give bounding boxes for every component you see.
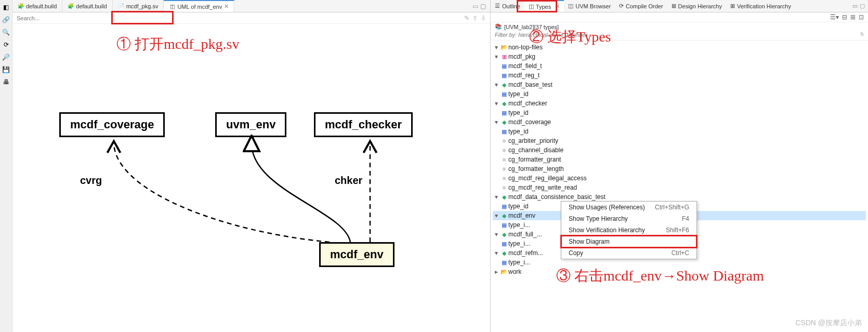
sidetab-compile[interactable]: ⟳Compile Order: [615, 0, 667, 12]
close-icon[interactable]: ✕: [224, 3, 229, 10]
menu-type-hierarchy[interactable]: Show Type HierarchyF4: [561, 213, 696, 224]
menu-show-usages[interactable]: Show Usages (References)Ctrl+Shift+G: [561, 202, 696, 213]
print-icon[interactable]: 🖶: [2, 78, 10, 86]
sidetab-types[interactable]: ◫Types✕: [524, 0, 564, 12]
save-icon[interactable]: 💾: [2, 65, 10, 74]
tree-node-type-id[interactable]: ▦type_id: [493, 108, 866, 117]
collapse-icon[interactable]: ⊟: [842, 14, 847, 21]
zoom-reset-icon[interactable]: ⟳: [2, 41, 10, 49]
tab-label: UML of mcdf_env: [177, 4, 222, 10]
annotation-3: ③ 右击mcdf_env→Show Diagram: [556, 266, 764, 286]
tab-default-build-1[interactable]: 🧩 default.build: [12, 0, 62, 12]
minimize-icon[interactable]: ▭: [472, 3, 478, 10]
tree-node-cg[interactable]: ≡cg_formatter_grant: [493, 155, 866, 164]
minimize-icon[interactable]: ▭: [852, 3, 858, 9]
maximize-icon[interactable]: ▢: [480, 3, 486, 10]
edge-label-chker: chker: [335, 175, 362, 187]
tree-node-cg[interactable]: ≡cg_mcdf_reg_illegal_access: [493, 174, 866, 183]
tree-node-cg[interactable]: ≡cg_formatter_length: [493, 164, 866, 174]
search-bar: ✎ ⇧ ⇩: [12, 12, 490, 24]
link-icon[interactable]: 🔗: [2, 16, 10, 24]
tree-node-type-id[interactable]: ▦type_id: [493, 89, 866, 99]
tab-label: mcdf_pkg.sv: [126, 3, 159, 9]
uml-icon: ◫: [169, 4, 175, 10]
build-icon: 🧩: [68, 3, 74, 9]
down-icon[interactable]: ⇩: [481, 15, 486, 22]
tab-default-build-2[interactable]: 🧩 default.build: [62, 0, 112, 12]
zoom-in-icon[interactable]: 🔍: [2, 28, 10, 36]
uml-node-checker[interactable]: mcdf_checker: [314, 112, 413, 137]
lib-icon: 📚: [495, 23, 502, 30]
editor-tabs: 🧩 default.build 🧩 default.build 📄 mcdf_p…: [12, 0, 490, 12]
left-vertical-toolbar: ◧ 🔗 🔍 ⟳ 🔎 💾 🖶: [0, 0, 12, 332]
tab-label: Compile Order: [626, 3, 663, 9]
uml-node-coverage[interactable]: mcdf_coverage: [59, 112, 165, 137]
wand-icon[interactable]: ✎: [859, 31, 864, 38]
side-tabs: ☰Outline ◫Types✕ ◫UVM Browser ⟳Compile O…: [491, 0, 868, 12]
menu-copy[interactable]: CopyCtrl+C: [561, 247, 696, 259]
uml-canvas[interactable]: mcdf_coverage uvm_env mcdf_checker mcdf_…: [12, 24, 490, 332]
build-icon: 🧩: [18, 3, 24, 9]
sidetab-outline[interactable]: ☰Outline: [491, 0, 524, 12]
tree-node-type-id[interactable]: ▦type_id: [493, 127, 866, 136]
outline-icon[interactable]: ◧: [2, 3, 10, 11]
uml-node-uvm-env[interactable]: uvm_env: [215, 112, 286, 137]
uml-node-env[interactable]: mcdf_env: [319, 242, 394, 267]
zoom-out-icon[interactable]: 🔎: [2, 53, 10, 61]
menu-show-diagram[interactable]: Show Diagram: [561, 236, 696, 247]
tree-node-field-t[interactable]: ▦mcdf_field_t: [493, 61, 866, 71]
tree-node-cg[interactable]: ≡cg_mcdf_reg_write_read: [493, 183, 866, 192]
verif-icon: ⊞: [730, 3, 735, 9]
tab-label: default.build: [76, 3, 107, 9]
tree-mode-icon[interactable]: ⊡: [859, 14, 864, 21]
tab-uml[interactable]: ◫ UML of mcdf_env ✕: [164, 0, 234, 12]
menu-verif-hierarchy[interactable]: Show Verification HierarchyShift+F6: [561, 224, 696, 236]
sidetab-uvm[interactable]: ◫UVM Browser: [564, 0, 615, 12]
sv-file-icon: 📄: [118, 3, 124, 9]
side-toolbar: ☰▾ ⊟ ⊞ ⊡: [491, 12, 868, 22]
annotation-2: ② 选择Types: [529, 27, 611, 47]
tab-label: Design Hierarchy: [678, 3, 722, 9]
node-label: uvm_env: [226, 118, 275, 131]
maximize-icon[interactable]: ▢: [860, 3, 865, 9]
types-tree[interactable]: ▾📂non-top-files ▾⊞mcdf_pkg ▦mcdf_field_t…: [491, 41, 868, 332]
tab-label: Outline: [502, 3, 520, 9]
uvm-icon: ◫: [568, 3, 573, 9]
tree-node-checker[interactable]: ▾◆mcdf_checker: [493, 99, 866, 108]
close-icon[interactable]: ✕: [555, 3, 560, 10]
design-icon: ⊞: [672, 3, 676, 9]
tab-label: Types: [536, 4, 551, 10]
compile-icon: ⟳: [619, 3, 624, 9]
search-input[interactable]: [17, 15, 464, 21]
tree-node-cg[interactable]: ≡cg_arbiter_priority: [493, 136, 866, 145]
tree-node-data-test[interactable]: ▾◆mcdf_data_consistence_basic_test: [493, 192, 866, 202]
tab-mcdf-pkg[interactable]: 📄 mcdf_pkg.sv: [113, 0, 164, 12]
expand-icon[interactable]: ⊞: [850, 14, 856, 21]
annotation-1: ① 打开mcdf_pkg.sv: [116, 34, 239, 54]
context-menu: Show Usages (References)Ctrl+Shift+G Sho…: [561, 201, 697, 259]
sidetab-verif[interactable]: ⊞Verification Hierarchy: [726, 0, 795, 12]
tree-node-pkg[interactable]: ▾⊞mcdf_pkg: [493, 52, 866, 61]
edge-label-cvrg: cvrg: [80, 175, 102, 187]
editor-pane: 🧩 default.build 🧩 default.build 📄 mcdf_p…: [12, 0, 491, 332]
tree-node-base-test[interactable]: ▾◆mcdf_base_test: [493, 80, 866, 89]
tree-node-reg-t[interactable]: ▦mcdf_reg_t: [493, 71, 866, 80]
outline-icon: ☰: [495, 3, 500, 9]
tab-label: Verification Hierarchy: [737, 3, 791, 9]
node-label: mcdf_env: [330, 248, 384, 261]
watermark: CSDN @按摩店小弟: [795, 318, 862, 328]
types-icon: ◫: [529, 3, 534, 10]
tree-node-coverage[interactable]: ▾◆mcdf_coverage: [493, 117, 866, 127]
up-icon[interactable]: ⇧: [472, 15, 478, 22]
node-label: mcdf_coverage: [70, 118, 154, 131]
tree-node-cg[interactable]: ≡cg_channel_disable: [493, 145, 866, 155]
sidetab-design[interactable]: ⊞Design Hierarchy: [667, 0, 726, 12]
wand-icon[interactable]: ✎: [464, 15, 469, 22]
tab-label: default.build: [26, 3, 57, 9]
menu-icon[interactable]: ☰▾: [830, 14, 839, 21]
pane-controls: ▭ ▢: [468, 3, 490, 10]
tab-label: UVM Browser: [575, 3, 611, 9]
node-label: mcdf_checker: [325, 118, 402, 131]
